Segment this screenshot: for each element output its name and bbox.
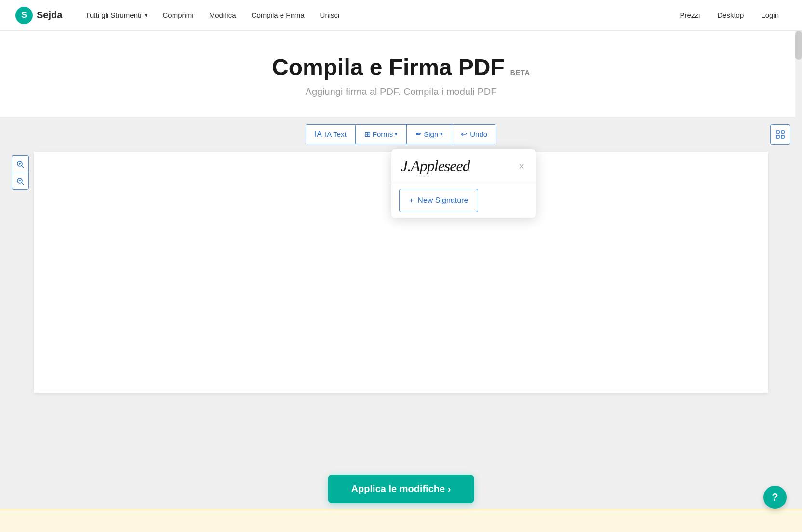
forms-icon: ⊞ [364, 130, 371, 139]
undo-button[interactable]: ↩ Undo [452, 125, 496, 144]
forms-button[interactable]: ⊞ Forms ▾ [356, 125, 407, 144]
apply-button[interactable]: Applica le modifiche › [328, 475, 474, 503]
brand-logo: S [15, 7, 33, 24]
nav-unisci[interactable]: Unisci [312, 7, 348, 23]
bottom-bar [0, 509, 802, 532]
toolbar-row: IA IA Text ⊞ Forms ▾ ✒ Sign ▾ ↩ Undo [0, 124, 802, 144]
close-signature-button[interactable]: × [517, 160, 526, 173]
signature-preview: J.Appleseed [401, 157, 470, 175]
svg-line-10 [22, 183, 24, 185]
sign-button[interactable]: ✒ Sign ▾ [407, 125, 452, 144]
svg-rect-0 [776, 131, 779, 133]
zoom-in-icon [16, 160, 24, 168]
forms-dropdown-arrow: ▾ [395, 131, 398, 137]
nav-comprimi[interactable]: Comprimi [155, 7, 201, 23]
navbar: S Sejda Tutti gli Strumenti Comprimi Mod… [0, 0, 802, 31]
grid-icon [775, 130, 785, 139]
new-signature-button[interactable]: + New Signature [399, 189, 478, 212]
hero-title: Compila e Firma PDF BETA [272, 54, 530, 80]
brand-name: Sejda [37, 10, 62, 21]
apply-bar: Applica le modifiche › [328, 475, 474, 503]
nav-right: Prezzi Desktop Login [672, 7, 787, 23]
brand-link[interactable]: S Sejda [15, 7, 62, 24]
text-icon: IA [315, 130, 322, 139]
sign-dropdown: J.Appleseed × + New Signature [391, 149, 536, 218]
scrollbar-thumb[interactable] [795, 31, 802, 60]
beta-badge: BETA [510, 69, 530, 77]
hero-section: Compila e Firma PDF BETA Aggiungi firma … [0, 31, 802, 117]
svg-rect-1 [781, 131, 784, 133]
toolbar-area: IA IA Text ⊞ Forms ▾ ✒ Sign ▾ ↩ Undo [0, 117, 802, 532]
nav-modifica[interactable]: Modifica [201, 7, 244, 23]
zoom-controls [12, 155, 29, 190]
zoom-out-button[interactable] [12, 173, 29, 190]
new-signature-label: New Signature [417, 196, 468, 205]
sign-icon: ✒ [415, 130, 422, 139]
svg-rect-3 [781, 135, 784, 138]
nav-compila-firma[interactable]: Compila e Firma [244, 7, 312, 23]
hero-subtitle: Aggiungi firma al PDF. Compila i moduli … [10, 86, 792, 97]
undo-icon: ↩ [461, 130, 467, 139]
nav-desktop[interactable]: Desktop [709, 7, 751, 23]
nav-prezzi[interactable]: Prezzi [672, 7, 708, 23]
scrollbar-track[interactable] [795, 31, 802, 532]
zoom-out-icon [16, 177, 24, 185]
nav-login[interactable]: Login [753, 7, 787, 23]
plus-icon: + [409, 196, 414, 205]
text-button[interactable]: IA IA Text [306, 125, 356, 144]
grid-button[interactable] [770, 124, 790, 145]
nav-tutti-strumenti[interactable]: Tutti gli Strumenti [78, 7, 155, 23]
nav-links: Tutti gli Strumenti Comprimi Modifica Co… [78, 7, 672, 23]
zoom-in-button[interactable] [12, 155, 29, 173]
toolbar-group: IA IA Text ⊞ Forms ▾ ✒ Sign ▾ ↩ Undo [306, 124, 496, 144]
sign-dropdown-arrow: ▾ [440, 131, 443, 137]
svg-line-7 [22, 166, 24, 168]
signature-item[interactable]: J.Appleseed × [391, 149, 536, 183]
svg-rect-2 [776, 135, 779, 138]
help-button[interactable]: ? [763, 486, 787, 509]
